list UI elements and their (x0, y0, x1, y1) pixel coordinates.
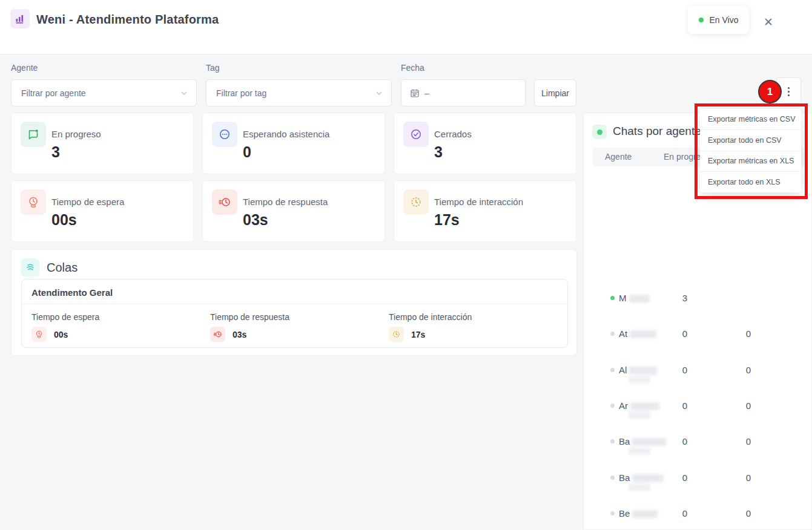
agent-offline-icon (610, 511, 615, 515)
agent-name: Ba (619, 473, 664, 483)
agent-closed-count: 0 (735, 508, 762, 519)
metric-value: 3 (434, 143, 443, 161)
agent-row[interactable]: Ba 0 0 (584, 460, 812, 496)
metric-card-interaction-time: Tiempo de interacción 17s (394, 180, 576, 242)
menu-item-export-all-xls[interactable]: Exportar todo en XLS (700, 171, 801, 192)
metric-value: 0 (243, 143, 251, 161)
agent-filter-input[interactable] (12, 88, 179, 98)
agent-row[interactable]: Ba 0 0 (584, 424, 812, 459)
agent-closed-count: 0 (735, 365, 762, 375)
metric-value: 3 (51, 143, 60, 161)
agent-filter-label: Agente (11, 63, 38, 73)
menu-item-export-metrics-csv[interactable]: Exportar métricas en CSV (700, 109, 801, 129)
calendar-icon (410, 88, 420, 98)
agent-name: M (619, 293, 650, 303)
agent-closed-count: 0 (735, 329, 762, 339)
bar-chart-icon (10, 9, 30, 28)
agent-in-progress-count: 0 (672, 508, 698, 519)
agent-row[interactable]: Be 0 0 (584, 496, 812, 530)
agent-row[interactable]: M 3 (584, 280, 812, 316)
queue-card: Atendimento Geral Tiempo de espera 00s T… (21, 279, 568, 348)
dashed-clock-icon (403, 189, 429, 215)
date-value: – (424, 88, 429, 98)
chevron-down-icon (179, 88, 189, 98)
queues-panel: Colas Atendimento Geral Tiempo de espera… (11, 249, 577, 356)
close-icon[interactable]: ✕ (761, 13, 776, 31)
column-header-agent: Agente (605, 152, 632, 162)
live-status-chip[interactable]: En Vivo (688, 6, 749, 34)
tag-filter-label: Tag (206, 63, 220, 73)
chats-per-agent-title: Chats por agente (613, 125, 701, 138)
wait-clock-icon (21, 189, 46, 215)
agent-in-progress-count: 0 (672, 401, 698, 411)
queue-metric-label: Tiempo de espera (31, 312, 99, 322)
app-header: Weni - Atendimento Plataforma En Vivo ✕ (0, 0, 812, 54)
metric-card-wait-time: Tiempo de espera 00s (11, 180, 194, 242)
chevron-down-icon (374, 88, 384, 98)
agent-closed-count: 0 (735, 401, 762, 411)
agent-offline-icon (610, 332, 615, 336)
metric-label: En progreso (51, 129, 101, 139)
metric-card-waiting: Esperando asistencia 0 (202, 113, 385, 174)
clear-filters-button[interactable]: Limpiar (534, 79, 576, 106)
agent-row[interactable]: Al 0 0 (584, 352, 812, 388)
agent-offline-icon (610, 439, 615, 443)
agent-name: Be (619, 508, 658, 519)
agent-name: Ba (619, 436, 666, 447)
live-label: En Vivo (710, 15, 739, 25)
metric-label: Esperando asistencia (243, 129, 329, 139)
date-filter-label: Fecha (401, 63, 424, 73)
agent-name: At (619, 329, 656, 339)
metric-card-closed: Cerrados 3 (394, 113, 576, 174)
queue-metric-value: 03s (233, 330, 246, 339)
green-dot-icon (592, 125, 607, 139)
agent-row[interactable]: At 0 0 (584, 316, 812, 352)
menu-item-export-metrics-xls[interactable]: Exportar métricas en XLS (700, 151, 801, 172)
queue-metric-label: Tiempo de respuesta (210, 312, 289, 322)
menu-item-export-all-csv[interactable]: Exportar todo en CSV (700, 129, 801, 151)
tag-filter-select[interactable] (206, 79, 392, 106)
redacted-name (629, 412, 650, 419)
redacted-name (629, 367, 657, 375)
queue-name: Atendimento Geral (31, 287, 113, 298)
agent-name: Al (619, 365, 657, 375)
redacted-name (629, 295, 650, 303)
redacted-name (632, 510, 658, 518)
tag-filter-input[interactable] (206, 88, 374, 98)
speed-clock-icon (212, 189, 237, 215)
redacted-name (630, 402, 659, 410)
agent-row[interactable]: Ar 0 0 (584, 388, 812, 424)
check-circle-icon (403, 122, 429, 147)
redacted-name (629, 484, 650, 491)
live-dot-icon (699, 18, 704, 22)
kebab-dot (788, 87, 790, 89)
waiting-dots-icon (212, 122, 237, 147)
agent-closed-count: 0 (735, 436, 762, 447)
date-filter-input[interactable]: – (401, 79, 526, 106)
redacted-name (629, 376, 650, 383)
agent-offline-icon (610, 368, 615, 372)
dashed-clock-icon (389, 327, 404, 342)
queues-icon (21, 258, 39, 276)
metric-card-in-progress: En progreso 3 (11, 113, 194, 174)
metric-label: Tiempo de interacción (434, 197, 523, 207)
agent-in-progress-count: 0 (672, 329, 698, 339)
metric-value: 17s (434, 211, 460, 229)
export-dropdown-menu: Exportar métricas en CSV Exportar todo e… (700, 109, 801, 192)
redacted-name (632, 438, 666, 446)
agent-name: Ar (619, 401, 659, 411)
metric-label: Tiempo de espera (51, 197, 124, 207)
metric-card-response-time: Tiempo de respuesta 03s (202, 180, 385, 242)
agent-in-progress-count: 0 (672, 473, 698, 483)
metric-value: 03s (243, 211, 268, 229)
queue-metric-value: 17s (411, 330, 425, 339)
divider (22, 304, 567, 304)
annotation-badge: 1 (758, 80, 782, 103)
weni-dashboard: Weni - Atendimento Plataforma En Vivo ✕ … (0, 0, 812, 530)
agent-in-progress-count: 0 (672, 365, 698, 375)
agent-filter-select[interactable] (11, 79, 197, 106)
queue-metric-label: Tiempo de interacción (389, 312, 472, 322)
queue-metric-value: 00s (54, 330, 68, 339)
kebab-dot (788, 94, 790, 96)
page-title: Weni - Atendimento Plataforma (36, 13, 219, 27)
